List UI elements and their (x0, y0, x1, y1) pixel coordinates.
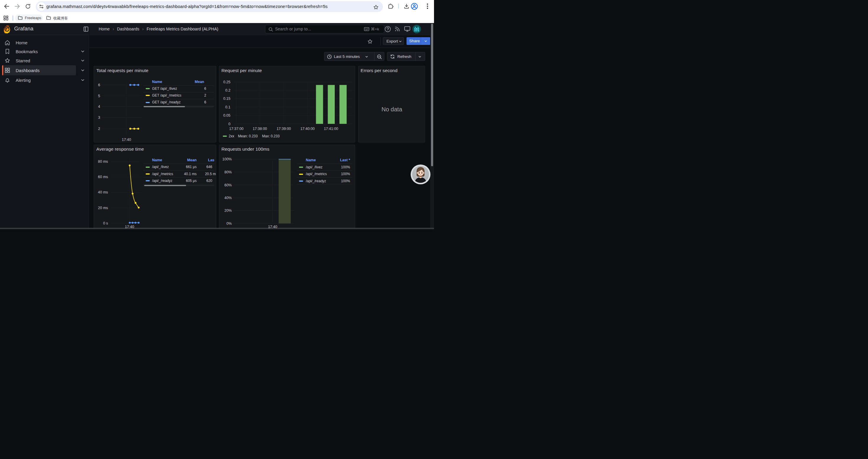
svg-text:0.25: 0.25 (223, 80, 230, 84)
svg-text:17:39:00: 17:39:00 (277, 127, 291, 131)
svg-text:2: 2 (98, 127, 100, 131)
svg-text:0: 0 (228, 122, 230, 126)
svg-text:40 ms: 40 ms (98, 190, 108, 194)
svg-text:17:37:00: 17:37:00 (229, 127, 243, 131)
svg-text:0 s: 0 s (103, 221, 108, 225)
svg-text:17:41:00: 17:41:00 (324, 127, 338, 131)
svg-text:17:40: 17:40 (122, 138, 131, 142)
svg-text:0.15: 0.15 (223, 97, 230, 101)
svg-text:3: 3 (98, 116, 100, 120)
svg-text:4: 4 (98, 104, 100, 109)
svg-text:17:40:00: 17:40:00 (300, 127, 315, 131)
svg-text:60%: 60% (224, 183, 231, 187)
svg-text:17:38:00: 17:38:00 (253, 127, 267, 131)
svg-text:40%: 40% (224, 196, 231, 200)
svg-text:0.2: 0.2 (225, 88, 230, 93)
svg-text:20%: 20% (224, 208, 231, 212)
svg-text:20 ms: 20 ms (98, 205, 108, 210)
svg-text:0.1: 0.1 (225, 105, 230, 109)
svg-text:0.05: 0.05 (223, 113, 230, 118)
svg-text:0%: 0% (226, 221, 231, 225)
